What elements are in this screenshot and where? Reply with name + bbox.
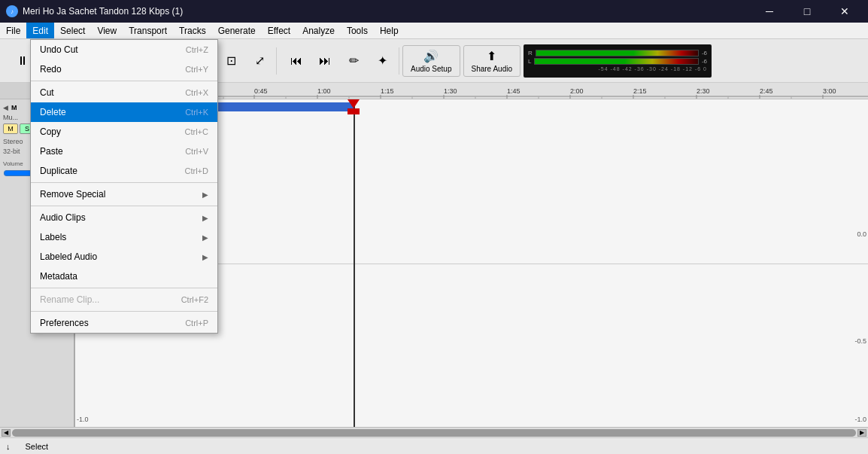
menu-generate[interactable]: Generate (212, 23, 262, 38)
menu-duplicate[interactable]: Duplicate Ctrl+D (31, 161, 217, 181)
mute-button[interactable]: M (3, 123, 18, 134)
menu-sep4 (31, 288, 217, 288)
menu-view[interactable]: View (91, 23, 123, 38)
scale-right-mid: -0.5 (854, 337, 866, 345)
status-tool: ↓ (6, 442, 11, 451)
submenu-arrow-audio-clips: ▶ (202, 214, 208, 222)
menu-undo-cut[interactable]: Undo Cut Ctrl+Z (31, 40, 217, 59)
svg-text:1:00: 1:00 (317, 87, 331, 95)
skip-end-button[interactable]: ⏭ (311, 47, 338, 75)
svg-text:1:45: 1:45 (507, 87, 520, 95)
titlebar-controls: ─ □ ✕ (752, 0, 862, 23)
menu-help[interactable]: Help (374, 23, 405, 38)
status-select: Select (26, 442, 49, 451)
scale-right-bottom: -1.0 (854, 416, 866, 423)
svg-text:1:30: 1:30 (444, 87, 457, 95)
horizontal-scrollbar[interactable]: ◀ ▶ (0, 427, 868, 437)
menu-metadata[interactable]: Metadata (31, 267, 217, 286)
app-icon: ♪ (6, 5, 18, 17)
fit-button[interactable]: ⊡ (217, 47, 244, 75)
menu-sep5 (31, 311, 217, 312)
svg-text:1:15: 1:15 (381, 87, 394, 95)
scale-bottom: -1.0 (77, 416, 89, 423)
menu-copy[interactable]: Copy Ctrl+C (31, 122, 217, 142)
scale-right-top: 0.0 (857, 230, 866, 238)
menu-cut[interactable]: Cut Ctrl+X (31, 83, 217, 102)
scroll-thumb[interactable] (12, 429, 856, 437)
playhead-body (348, 108, 360, 114)
window-title: Meri Ho Ja Sachet Tandon 128 Kbps (1) (23, 6, 183, 17)
menu-tracks[interactable]: Tracks (173, 23, 212, 38)
menu-transport[interactable]: Transport (123, 23, 173, 38)
skip-start-button[interactable]: ⏮ (283, 47, 310, 75)
menu-paste[interactable]: Paste Ctrl+V (31, 142, 217, 161)
svg-text:2:15: 2:15 (633, 87, 647, 95)
menu-effect[interactable]: Effect (262, 23, 296, 38)
svg-text:3:00: 3:00 (823, 87, 836, 95)
menu-labeled-audio[interactable]: Labeled Audio ▶ (31, 247, 217, 267)
menu-sep1 (31, 81, 217, 81)
scroll-left[interactable]: ◀ (2, 429, 11, 437)
menu-sep2 (31, 182, 217, 183)
menu-redo[interactable]: Redo Ctrl+Y (31, 59, 217, 79)
menu-labels[interactable]: Labels ▶ (31, 227, 217, 247)
menu-rename-clip[interactable]: Rename Clip... Ctrl+F2 (31, 290, 217, 309)
menu-preferences[interactable]: Preferences Ctrl+P (31, 313, 217, 333)
zoom-sel-button[interactable]: ⤢ (246, 47, 273, 75)
edit-menu-dropdown: Undo Cut Ctrl+Z Redo Ctrl+Y Cut Ctrl+X D… (30, 39, 218, 334)
audio-setup-button[interactable]: 🔊 Audio Setup (402, 45, 460, 77)
track-name: M (11, 104, 17, 111)
multi-tool-button[interactable]: ✦ (369, 47, 396, 75)
share-audio-button[interactable]: ⬆ Share Audio (463, 45, 521, 77)
svg-text:0:45: 0:45 (254, 87, 268, 95)
svg-text:2:45: 2:45 (760, 87, 773, 95)
menu-remove-special[interactable]: Remove Special ▶ (31, 184, 217, 204)
svg-text:2:30: 2:30 (697, 87, 710, 95)
playhead-arrow (348, 99, 360, 108)
svg-text:2:00: 2:00 (570, 87, 584, 95)
menu-edit[interactable]: Edit (26, 23, 54, 38)
menubar: File Edit Select View Transport Tracks G… (0, 23, 868, 39)
edit-tools-group: ⏮ ⏭ ✏ ✦ (280, 47, 399, 75)
menu-tools[interactable]: Tools (341, 23, 374, 38)
maximize-button[interactable]: □ (790, 0, 824, 23)
submenu-arrow-labels: ▶ (202, 233, 208, 242)
playhead (354, 99, 355, 427)
menu-select[interactable]: Select (54, 23, 91, 38)
menu-sep3 (31, 206, 217, 206)
submenu-arrow-remove-special: ▶ (202, 190, 208, 199)
menu-delete[interactable]: Delete Ctrl+K (31, 102, 217, 122)
titlebar-left: ♪ Meri Ho Ja Sachet Tandon 128 Kbps (1) (6, 5, 183, 17)
submenu-arrow-labeled-audio: ▶ (202, 253, 208, 261)
close-button[interactable]: ✕ (827, 0, 862, 23)
menu-analyze[interactable]: Analyze (296, 23, 341, 38)
statusbar: ↓ Select (0, 437, 868, 454)
level-meter: R -6 L -6 -54 -48 -42 -36 -30 -24 -18 -1… (524, 44, 712, 78)
minimize-button[interactable]: ─ (752, 0, 787, 23)
draw-tool-button[interactable]: ✏ (340, 47, 367, 75)
scroll-right[interactable]: ▶ (857, 429, 866, 437)
collapse-icon[interactable]: ◀ (3, 104, 8, 111)
menu-audio-clips[interactable]: Audio Clips ▶ (31, 208, 217, 227)
menu-file[interactable]: File (0, 23, 26, 38)
titlebar: ♪ Meri Ho Ja Sachet Tandon 128 Kbps (1) … (0, 0, 868, 23)
